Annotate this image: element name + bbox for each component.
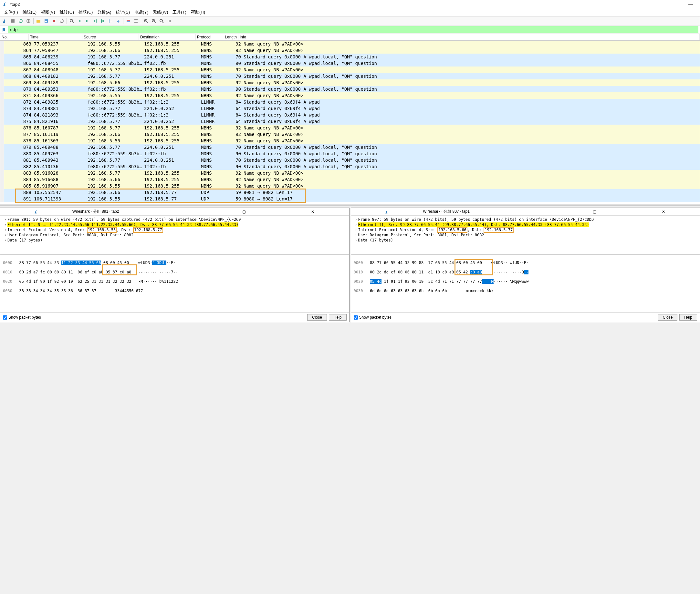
tree-udp[interactable]: User Datagram Protocol, Src Port: 8080, … [7, 233, 133, 237]
resize-columns-icon[interactable] [166, 18, 173, 25]
tree-ip[interactable]: Internet Protocol Version 4, Src: 192.16… [358, 227, 514, 233]
packet-row[interactable]: 891106.711393192.168.5.55192.168.5.77UDP… [0, 196, 700, 202]
menu-h[interactable]: 帮助(H) [189, 9, 207, 16]
packet-row[interactable]: 88585.916907192.168.5.55192.168.5.255NBN… [0, 183, 700, 189]
packet-row[interactable]: 87785.161119192.168.5.66192.168.5.255NBN… [0, 131, 700, 137]
open-file-icon[interactable] [35, 18, 42, 25]
colorize-icon[interactable] [125, 18, 132, 25]
menu-s[interactable]: 统计(S) [114, 9, 132, 16]
packet-row[interactable]: 86584.408239192.168.5.77224.0.0.251MDNS7… [0, 54, 700, 60]
packet-row[interactable]: 86784.408948192.168.5.77192.168.5.255NBN… [0, 66, 700, 73]
packet-row[interactable]: 86984.409189192.168.5.66192.168.5.255NBN… [0, 79, 700, 86]
colorize-rules-icon[interactable] [132, 18, 139, 25]
menu-v[interactable]: 视图(V) [39, 9, 57, 16]
stop-capture-icon[interactable] [9, 18, 17, 25]
show-packet-bytes-checkbox[interactable]: Show packet bytes [3, 315, 305, 320]
filter-bookmark-icon[interactable] [2, 27, 7, 32]
column-length[interactable]: Length [219, 34, 238, 40]
packet-rows[interactable]: 86377.059237192.168.5.55192.168.5.255NBN… [0, 41, 700, 204]
go-to-packet-icon[interactable] [91, 18, 98, 25]
close-button[interactable]: ✕ [629, 209, 698, 214]
packet-row[interactable]: 88285.410136fe80::6772:559:8b3b…ff02::fb… [0, 163, 700, 170]
packet-row[interactable]: 87484.821893fe80::6772:559:8b3b…ff02::1:… [0, 112, 700, 118]
packet-row[interactable]: 87184.409366192.168.5.55192.168.5.255NBN… [0, 92, 700, 99]
tree-frame[interactable]: Frame 891: 59 bytes on wire (472 bits), … [7, 217, 241, 222]
tree-ethernet[interactable]: Ethernet II, Src: 11:22:33:44:55:66 (11:… [7, 223, 238, 227]
packet-row[interactable]: 86884.409182192.168.5.77224.0.0.251MDNS7… [0, 73, 700, 79]
minimize-button[interactable]: — [491, 209, 561, 214]
help-button[interactable]: Help [329, 314, 347, 321]
packet-tree[interactable]: ›Frame 891: 59 bytes on wire (472 bits),… [0, 216, 349, 254]
close-button[interactable]: ✕ [279, 209, 347, 214]
packet-row[interactable]: 86477.059647192.168.5.66192.168.5.255NBN… [0, 47, 700, 54]
svg-point-5 [70, 20, 73, 22]
packet-row[interactable]: 86377.059237192.168.5.55192.168.5.255NBN… [0, 41, 700, 47]
menu-f[interactable]: 文件(F) [2, 9, 20, 16]
capture-options-icon[interactable] [25, 18, 32, 25]
menu-t[interactable]: 工具(T) [170, 9, 188, 16]
packet-row[interactable]: 88185.409943192.168.5.77224.0.0.251MDNS7… [0, 157, 700, 163]
maximize-button[interactable]: ▢ [561, 209, 629, 214]
tree-udp[interactable]: User Datagram Protocol, Src Port: 8081, … [358, 233, 484, 237]
packet-row[interactable]: 87685.160787192.168.5.77192.168.5.255NBN… [0, 125, 700, 131]
hex-view[interactable]: 0000 88 77 66 55 44 33 11 22 33 44 55 66… [0, 254, 349, 312]
zoom-out-icon[interactable] [150, 18, 157, 25]
tree-ethernet[interactable]: Ethernet II, Src: 99:88:77:66:55:44 (99:… [358, 223, 589, 227]
menu-g[interactable]: 跳转(G) [58, 9, 76, 16]
packet-row[interactable]: 88485.916688192.168.5.66192.168.5.255NBN… [0, 176, 700, 183]
packet-row[interactable]: 86684.408455fe80::6772:559:8b3b…ff02::fb… [0, 60, 700, 66]
go-first-icon[interactable] [99, 18, 106, 25]
hex-view[interactable]: 0000 88 77 66 55 44 33 99 88 77 66 55 44… [351, 254, 700, 312]
find-packet-icon[interactable] [68, 18, 75, 25]
minimize-button[interactable]: — [141, 209, 210, 214]
restart-capture-icon[interactable] [17, 18, 24, 25]
zoom-reset-icon[interactable] [158, 18, 165, 25]
help-button[interactable]: Help [679, 314, 697, 321]
packet-row[interactable]: 87985.409488192.168.5.77224.0.0.251MDNS7… [0, 144, 700, 151]
column-time[interactable]: Time [29, 34, 83, 40]
tree-data[interactable]: Data (17 bytes) [7, 238, 42, 242]
save-file-icon[interactable] [43, 18, 50, 25]
packet-row[interactable]: 87885.161303192.168.5.55192.168.5.255NBN… [0, 137, 700, 144]
maximize-button[interactable]: ▢ [210, 209, 279, 214]
display-filter-input[interactable] [8, 26, 698, 33]
packet-row[interactable]: 87084.409353fe80::6772:559:8b3b…ff02::fb… [0, 86, 700, 92]
wireshark-fin-icon[interactable] [2, 18, 9, 25]
show-packet-bytes-checkbox[interactable]: Show packet bytes [354, 315, 656, 320]
minimize-button[interactable]: — [684, 2, 697, 7]
packet-row[interactable]: 87284.409835fe80::6772:559:8b3b…ff02::1:… [0, 99, 700, 105]
menu-y[interactable]: 电话(Y) [132, 9, 150, 16]
column-info[interactable]: Info [238, 34, 700, 40]
svg-line-15 [147, 22, 148, 23]
splitter[interactable] [0, 204, 700, 205]
column-source[interactable]: Source [83, 34, 139, 40]
tree-frame[interactable]: Frame 807: 59 bytes on wire (472 bits), … [358, 217, 594, 222]
column-protocol[interactable]: Protocol [196, 34, 219, 40]
reload-icon[interactable] [58, 18, 65, 25]
packet-row[interactable]: 87384.409881192.168.5.77224.0.0.252LLMNR… [0, 105, 700, 112]
go-back-icon[interactable] [76, 18, 83, 25]
zoom-in-icon[interactable] [142, 18, 150, 25]
packet-tree[interactable]: ›Frame 807: 59 bytes on wire (472 bits),… [351, 216, 700, 254]
detail-title-bar: Wireshark · 分组 891 · tap2 — ▢ ✕ [0, 208, 349, 216]
packet-row[interactable]: 88085.409703fe80::6772:559:8b3b…ff02::fb… [0, 151, 700, 157]
packet-row[interactable]: 87584.821916192.168.5.77224.0.0.252LLMNR… [0, 118, 700, 125]
close-file-icon[interactable] [51, 18, 58, 25]
menu-c[interactable]: 捕获(C) [76, 9, 95, 16]
tree-data[interactable]: Data (17 bytes) [358, 238, 393, 242]
close-button[interactable]: Close [658, 314, 678, 321]
auto-scroll-icon[interactable] [115, 18, 122, 25]
menu-a[interactable]: 分析(A) [95, 9, 113, 16]
column-destination[interactable]: Destination [139, 34, 196, 40]
packet-row[interactable]: 88385.916028192.168.5.77192.168.5.255NBN… [0, 170, 700, 176]
go-last-icon[interactable] [107, 18, 114, 25]
svg-rect-7 [96, 20, 97, 23]
tree-ip[interactable]: Internet Protocol Version 4, Src: 192.16… [7, 227, 163, 233]
menu-e[interactable]: 编辑(E) [21, 9, 38, 16]
close-button[interactable]: Close [307, 314, 327, 321]
detail-footer: Show packet bytes Close Help [0, 312, 349, 322]
packet-row[interactable]: 888105.552547192.168.5.66192.168.5.77UDP… [0, 189, 700, 196]
go-forward-icon[interactable] [84, 18, 91, 25]
menu-w[interactable]: 无线(W) [151, 9, 170, 16]
column-no[interactable]: No. [0, 34, 29, 40]
